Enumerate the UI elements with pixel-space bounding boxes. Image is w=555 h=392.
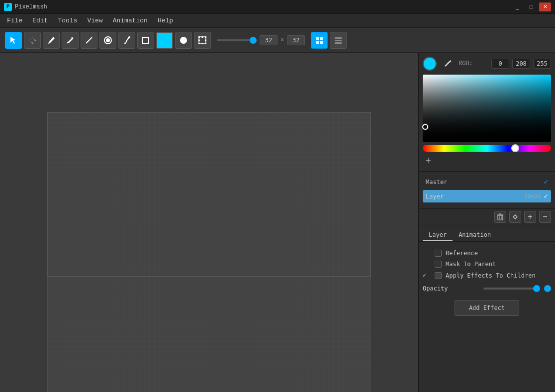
- blue-value[interactable]: [533, 59, 551, 69]
- apply-effects-checkbox[interactable]: [435, 272, 442, 279]
- svg-rect-11: [205, 43, 206, 44]
- menu-view[interactable]: View: [82, 15, 107, 26]
- pencil-tool-button[interactable]: [43, 32, 60, 49]
- rect-tool-button[interactable]: [137, 32, 154, 49]
- reference-checkbox[interactable]: [435, 250, 442, 257]
- opacity-slider[interactable]: [483, 288, 540, 290]
- svg-line-1: [86, 37, 92, 43]
- master-layer-name: Master: [426, 179, 544, 186]
- app-title: Pixelmash: [15, 3, 511, 10]
- reference-row: Reference: [423, 248, 551, 259]
- svg-rect-21: [335, 40, 342, 41]
- svg-rect-25: [47, 112, 370, 277]
- transform-tool-button[interactable]: [194, 32, 211, 49]
- size-slider-thumb[interactable]: [250, 37, 257, 44]
- opacity-label: Opacity: [423, 285, 479, 292]
- current-color-swatch[interactable]: [423, 57, 437, 71]
- svg-rect-19: [320, 41, 323, 44]
- mask-to-parent-label: Mask To Parent: [446, 261, 496, 268]
- svg-rect-18: [316, 41, 319, 44]
- fill-tool-button[interactable]: [62, 32, 79, 49]
- svg-rect-22: [335, 42, 342, 44]
- line-tool-button[interactable]: [81, 32, 97, 49]
- hue-slider-thumb[interactable]: [511, 144, 519, 152]
- menu-animation[interactable]: Animation: [108, 15, 153, 26]
- maximize-button[interactable]: □: [525, 2, 537, 11]
- color-tool-button[interactable]: [156, 32, 173, 49]
- menu-file[interactable]: File: [2, 15, 27, 26]
- svg-rect-10: [198, 43, 200, 44]
- canvas-height-input[interactable]: [287, 35, 305, 45]
- title-bar: P Pixelmash _ □ ✕: [0, 0, 555, 14]
- svg-rect-5: [143, 37, 149, 43]
- toolbar: ×: [0, 28, 555, 53]
- gradient-overlay: [423, 75, 551, 142]
- minimize-button[interactable]: _: [511, 2, 523, 11]
- mask-to-parent-checkbox[interactable]: [435, 261, 442, 268]
- layer-size: 32x32: [525, 194, 541, 199]
- right-panel: RGB: + Master ✓: [418, 53, 555, 392]
- size-separator: ×: [280, 37, 284, 44]
- svg-point-4: [128, 36, 130, 38]
- menu-help[interactable]: Help: [153, 15, 178, 26]
- move-tool-button[interactable]: [24, 32, 41, 49]
- close-button[interactable]: ✕: [539, 2, 551, 11]
- tab-animation[interactable]: Animation: [453, 229, 497, 241]
- secondary-view-button[interactable]: [330, 32, 347, 49]
- add-effect-button[interactable]: Add Effect: [455, 300, 519, 316]
- size-slider[interactable]: [217, 39, 257, 41]
- reference-label: Reference: [446, 250, 478, 257]
- add-color-button[interactable]: +: [423, 155, 434, 167]
- panel-tabs: Layer Animation: [419, 225, 555, 242]
- layer-item[interactable]: Layer 32x32 ✓: [423, 190, 551, 202]
- arrange-layer-button[interactable]: [509, 211, 521, 223]
- apply-effects-row: ✓ Apply Effects To Children: [423, 270, 551, 281]
- main-area: RGB: + Master ✓: [0, 53, 555, 392]
- brush-tool-button[interactable]: [118, 32, 135, 49]
- apply-effects-label: Apply Effects To Children: [446, 272, 536, 279]
- layer-properties: Reference Mask To Parent ✓ Apply Effects…: [419, 242, 555, 392]
- layers-section: Master ✓ Layer 32x32 ✓: [419, 172, 555, 209]
- circle-tool-button[interactable]: [175, 32, 192, 49]
- menu-tools[interactable]: Tools: [53, 15, 82, 26]
- color-top-row: RGB:: [423, 57, 551, 71]
- opacity-slider-thumb[interactable]: [533, 285, 540, 292]
- canvas-grid-svg: [0, 53, 418, 392]
- svg-rect-13: [202, 43, 203, 44]
- eyedropper-button[interactable]: [441, 57, 455, 71]
- rgb-label: RGB:: [459, 60, 473, 67]
- svg-rect-20: [335, 37, 342, 39]
- remove-layer-button[interactable]: −: [539, 211, 551, 223]
- svg-rect-8: [198, 36, 200, 38]
- brush-size-input[interactable]: [260, 35, 278, 45]
- eraser-tool-button[interactable]: [99, 32, 116, 49]
- brush-size-control: ×: [217, 35, 305, 45]
- grid-view-button[interactable]: [311, 32, 328, 49]
- opacity-value-indicator: [544, 285, 551, 292]
- hue-slider[interactable]: [423, 145, 551, 152]
- layer-name: Layer: [426, 193, 525, 200]
- svg-rect-12: [202, 36, 203, 38]
- svg-point-3: [106, 38, 110, 42]
- select-tool-button[interactable]: [5, 32, 22, 49]
- tab-layer[interactable]: Layer: [423, 229, 453, 241]
- app-icon: P: [4, 3, 12, 11]
- red-value[interactable]: [491, 59, 509, 69]
- svg-rect-15: [205, 39, 206, 41]
- opacity-row: Opacity: [423, 281, 551, 296]
- svg-rect-16: [316, 37, 319, 40]
- green-value[interactable]: [512, 59, 530, 69]
- color-gradient-picker[interactable]: [423, 75, 551, 142]
- master-layer-item[interactable]: Master ✓: [423, 176, 551, 188]
- svg-rect-17: [320, 37, 323, 40]
- menu-edit[interactable]: Edit: [27, 15, 53, 26]
- canvas-area[interactable]: [0, 53, 418, 392]
- add-layer-button[interactable]: +: [524, 211, 536, 223]
- menu-bar: File Edit Tools View Animation Help: [0, 14, 555, 28]
- delete-layer-button[interactable]: [494, 211, 506, 223]
- color-picker-cursor[interactable]: [422, 124, 428, 130]
- svg-point-6: [180, 37, 187, 44]
- window-controls: _ □ ✕: [511, 2, 551, 11]
- master-layer-check: ✓: [544, 178, 548, 186]
- layer-actions: + −: [419, 209, 555, 225]
